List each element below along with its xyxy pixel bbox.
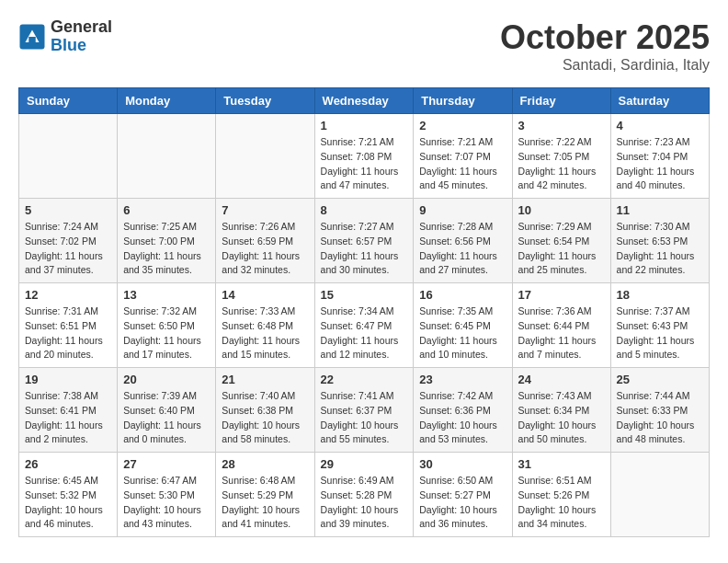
weekday-header: Thursday xyxy=(414,88,512,114)
calendar-cell: 12Sunrise: 7:31 AM Sunset: 6:51 PM Dayli… xyxy=(19,283,118,368)
day-number: 6 xyxy=(123,203,210,217)
calendar-cell: 26Sunrise: 6:45 AM Sunset: 5:32 PM Dayli… xyxy=(19,453,118,537)
calendar-cell: 30Sunrise: 6:50 AM Sunset: 5:27 PM Dayli… xyxy=(414,453,512,537)
calendar-cell xyxy=(610,453,709,537)
calendar-cell: 10Sunrise: 7:29 AM Sunset: 6:54 PM Dayli… xyxy=(512,199,610,283)
day-number: 13 xyxy=(123,288,210,302)
day-number: 9 xyxy=(419,203,506,217)
day-info: Sunrise: 7:44 AM Sunset: 6:33 PM Dayligh… xyxy=(617,389,703,447)
day-info: Sunrise: 7:36 AM Sunset: 6:44 PM Dayligh… xyxy=(518,304,605,362)
calendar-cell: 22Sunrise: 7:41 AM Sunset: 6:37 PM Dayli… xyxy=(314,368,414,453)
calendar-cell: 23Sunrise: 7:42 AM Sunset: 6:36 PM Dayli… xyxy=(414,368,512,453)
day-info: Sunrise: 7:32 AM Sunset: 6:50 PM Dayligh… xyxy=(123,304,210,362)
calendar-cell: 15Sunrise: 7:34 AM Sunset: 6:47 PM Dayli… xyxy=(314,283,414,368)
day-info: Sunrise: 7:21 AM Sunset: 7:08 PM Dayligh… xyxy=(321,135,408,193)
calendar-cell: 24Sunrise: 7:43 AM Sunset: 6:34 PM Dayli… xyxy=(512,368,610,453)
day-number: 3 xyxy=(518,119,605,132)
day-info: Sunrise: 7:25 AM Sunset: 7:00 PM Dayligh… xyxy=(123,220,210,278)
calendar-cell: 31Sunrise: 6:51 AM Sunset: 5:26 PM Dayli… xyxy=(512,453,610,537)
calendar-week-row: 19Sunrise: 7:38 AM Sunset: 6:41 PM Dayli… xyxy=(19,368,710,453)
day-number: 29 xyxy=(321,457,408,471)
calendar-week-row: 12Sunrise: 7:31 AM Sunset: 6:51 PM Dayli… xyxy=(19,283,710,368)
weekday-header: Saturday xyxy=(610,88,709,114)
subtitle: Santadi, Sardinia, Italy xyxy=(500,57,710,74)
logo-text: General Blue xyxy=(51,18,112,55)
day-number: 11 xyxy=(617,203,703,217)
day-number: 15 xyxy=(321,288,408,302)
calendar-week-row: 5Sunrise: 7:24 AM Sunset: 7:02 PM Daylig… xyxy=(19,199,710,283)
calendar-cell xyxy=(216,114,314,199)
day-number: 14 xyxy=(222,288,308,302)
calendar-cell: 21Sunrise: 7:40 AM Sunset: 6:38 PM Dayli… xyxy=(216,368,314,453)
logo-general: General xyxy=(51,18,112,37)
calendar-cell: 7Sunrise: 7:26 AM Sunset: 6:59 PM Daylig… xyxy=(216,199,314,283)
calendar-week-row: 1Sunrise: 7:21 AM Sunset: 7:08 PM Daylig… xyxy=(19,114,710,199)
day-number: 12 xyxy=(25,288,111,302)
day-number: 7 xyxy=(222,203,308,217)
day-number: 31 xyxy=(518,457,605,471)
month-title: October 2025 xyxy=(500,18,710,57)
day-info: Sunrise: 7:41 AM Sunset: 6:37 PM Dayligh… xyxy=(321,389,408,447)
day-info: Sunrise: 7:43 AM Sunset: 6:34 PM Dayligh… xyxy=(518,389,605,447)
weekday-header: Monday xyxy=(118,88,216,114)
day-number: 8 xyxy=(321,203,408,217)
day-info: Sunrise: 6:48 AM Sunset: 5:29 PM Dayligh… xyxy=(222,474,308,532)
calendar-cell: 13Sunrise: 7:32 AM Sunset: 6:50 PM Dayli… xyxy=(118,283,216,368)
calendar-table: SundayMondayTuesdayWednesdayThursdayFrid… xyxy=(18,87,710,537)
day-info: Sunrise: 7:33 AM Sunset: 6:48 PM Dayligh… xyxy=(222,304,308,362)
calendar-cell: 11Sunrise: 7:30 AM Sunset: 6:53 PM Dayli… xyxy=(610,199,709,283)
day-number: 17 xyxy=(518,288,605,302)
page-header: General Blue October 2025 Santadi, Sardi… xyxy=(18,18,710,74)
day-number: 26 xyxy=(25,457,111,471)
calendar-cell xyxy=(19,114,118,199)
weekday-header: Tuesday xyxy=(216,88,314,114)
day-number: 28 xyxy=(222,457,308,471)
calendar-cell: 17Sunrise: 7:36 AM Sunset: 6:44 PM Dayli… xyxy=(512,283,610,368)
day-info: Sunrise: 7:35 AM Sunset: 6:45 PM Dayligh… xyxy=(419,304,506,362)
day-number: 10 xyxy=(518,203,605,217)
day-info: Sunrise: 7:40 AM Sunset: 6:38 PM Dayligh… xyxy=(222,389,308,447)
calendar-cell: 1Sunrise: 7:21 AM Sunset: 7:08 PM Daylig… xyxy=(314,114,414,199)
day-number: 4 xyxy=(617,119,703,132)
weekday-header: Friday xyxy=(512,88,610,114)
day-info: Sunrise: 7:24 AM Sunset: 7:02 PM Dayligh… xyxy=(25,220,111,278)
calendar-cell: 9Sunrise: 7:28 AM Sunset: 6:56 PM Daylig… xyxy=(414,199,512,283)
day-number: 30 xyxy=(419,457,506,471)
calendar-cell xyxy=(118,114,216,199)
title-block: October 2025 Santadi, Sardinia, Italy xyxy=(500,18,710,74)
calendar-cell: 4Sunrise: 7:23 AM Sunset: 7:04 PM Daylig… xyxy=(610,114,709,199)
day-info: Sunrise: 7:21 AM Sunset: 7:07 PM Dayligh… xyxy=(419,135,506,193)
day-number: 27 xyxy=(123,457,210,471)
calendar-cell: 6Sunrise: 7:25 AM Sunset: 7:00 PM Daylig… xyxy=(118,199,216,283)
day-number: 16 xyxy=(419,288,506,302)
day-info: Sunrise: 6:50 AM Sunset: 5:27 PM Dayligh… xyxy=(419,474,506,532)
logo: General Blue xyxy=(18,18,112,55)
weekday-header-row: SundayMondayTuesdayWednesdayThursdayFrid… xyxy=(19,88,710,114)
calendar-week-row: 26Sunrise: 6:45 AM Sunset: 5:32 PM Dayli… xyxy=(19,453,710,537)
calendar-cell: 8Sunrise: 7:27 AM Sunset: 6:57 PM Daylig… xyxy=(314,199,414,283)
day-info: Sunrise: 7:38 AM Sunset: 6:41 PM Dayligh… xyxy=(25,389,111,447)
calendar-cell: 3Sunrise: 7:22 AM Sunset: 7:05 PM Daylig… xyxy=(512,114,610,199)
logo-icon xyxy=(18,23,46,51)
day-number: 23 xyxy=(419,373,506,386)
day-number: 1 xyxy=(321,119,408,132)
calendar-cell: 19Sunrise: 7:38 AM Sunset: 6:41 PM Dayli… xyxy=(19,368,118,453)
day-number: 20 xyxy=(123,373,210,386)
day-info: Sunrise: 7:27 AM Sunset: 6:57 PM Dayligh… xyxy=(321,220,408,278)
weekday-header: Wednesday xyxy=(314,88,414,114)
weekday-header: Sunday xyxy=(19,88,118,114)
day-info: Sunrise: 7:37 AM Sunset: 6:43 PM Dayligh… xyxy=(617,304,703,362)
day-info: Sunrise: 7:28 AM Sunset: 6:56 PM Dayligh… xyxy=(419,220,506,278)
day-info: Sunrise: 7:42 AM Sunset: 6:36 PM Dayligh… xyxy=(419,389,506,447)
day-number: 24 xyxy=(518,373,605,386)
day-info: Sunrise: 6:45 AM Sunset: 5:32 PM Dayligh… xyxy=(25,474,111,532)
calendar-cell: 14Sunrise: 7:33 AM Sunset: 6:48 PM Dayli… xyxy=(216,283,314,368)
day-info: Sunrise: 7:22 AM Sunset: 7:05 PM Dayligh… xyxy=(518,135,605,193)
day-number: 5 xyxy=(25,203,111,217)
day-info: Sunrise: 7:26 AM Sunset: 6:59 PM Dayligh… xyxy=(222,220,308,278)
calendar-cell: 2Sunrise: 7:21 AM Sunset: 7:07 PM Daylig… xyxy=(414,114,512,199)
day-info: Sunrise: 7:23 AM Sunset: 7:04 PM Dayligh… xyxy=(617,135,703,193)
day-info: Sunrise: 6:51 AM Sunset: 5:26 PM Dayligh… xyxy=(518,474,605,532)
calendar-cell: 5Sunrise: 7:24 AM Sunset: 7:02 PM Daylig… xyxy=(19,199,118,283)
day-info: Sunrise: 7:29 AM Sunset: 6:54 PM Dayligh… xyxy=(518,220,605,278)
